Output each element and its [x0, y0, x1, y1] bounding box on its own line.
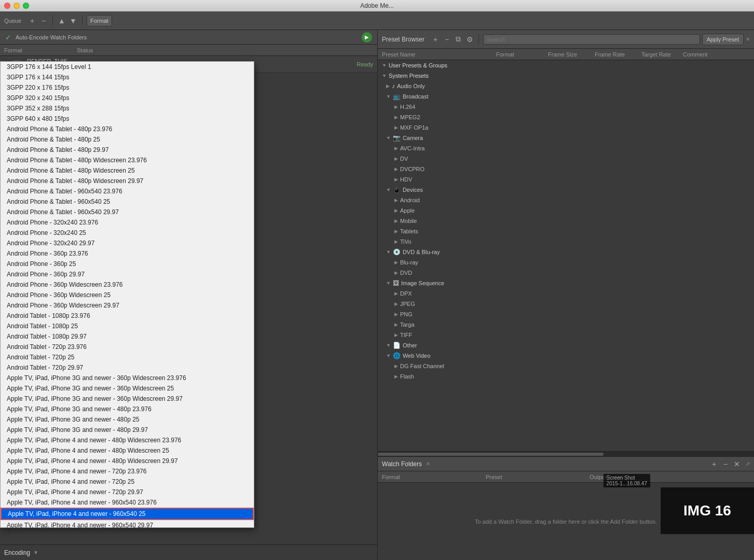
dropdown-item[interactable]: Android Tablet - 1080p 29.97 — [1, 331, 254, 342]
dropdown-item[interactable]: Android Phone & Tablet - 480p Widescreen… — [1, 155, 254, 165]
dropdown-item[interactable]: 3GPP 220 x 176 15fps — [1, 82, 254, 93]
dropdown-item[interactable]: Android Tablet - 1080p 23.976 — [1, 311, 254, 321]
web-video-group[interactable]: ▼ 🌐 Web Video — [378, 351, 754, 361]
image-seq-group[interactable]: ▼ 🖼 Image Sequence — [378, 278, 754, 288]
dvd-bluray[interactable]: ▶ Blu-ray — [378, 257, 754, 268]
imgseq-png[interactable]: ▶ PNG — [378, 309, 754, 319]
auto-encode-label[interactable]: Auto-Encode Watch Folders — [16, 34, 87, 40]
settings-watch-btn[interactable]: − — [721, 459, 730, 469]
start-encode-btn[interactable]: ▶ — [362, 32, 372, 43]
dropdown-item[interactable]: 3GPP 640 x 480 15fps — [1, 114, 254, 124]
remove-watch-btn[interactable]: ✕ — [732, 459, 742, 469]
dvd-dvd[interactable]: ▶ DVD — [378, 268, 754, 278]
broadcast-group[interactable]: ▼ 📺 Broadcast — [378, 91, 754, 102]
maximize-button[interactable] — [23, 3, 29, 9]
devices-tivo[interactable]: ▶ TiVo — [378, 236, 754, 247]
dropdown-item[interactable]: Apple TV, iPad, iPhone 4 and newer - 480… — [1, 456, 254, 466]
minimize-button[interactable] — [13, 3, 20, 9]
dropdown-item[interactable]: Apple TV, iPad, iPhone 4 and newer - 960… — [1, 520, 254, 528]
dropdown-item[interactable]: Android Phone & Tablet - 960x540 25 — [1, 197, 254, 207]
watch-folders-close-icon[interactable]: ✕ — [426, 461, 430, 467]
dropdown-item[interactable]: Apple TV, iPad, iPhone 4 and newer - 720… — [1, 477, 254, 487]
dropdown-item[interactable]: 3GPP 320 x 240 15fps — [1, 93, 254, 103]
preset-scrollbar[interactable] — [378, 451, 754, 456]
devices-tablets[interactable]: ▶ Tablets — [378, 226, 754, 236]
dropdown-item[interactable]: Android Phone - 320x240 29.97 — [1, 238, 254, 248]
dropdown-item[interactable]: Android Phone - 360p 23.976 — [1, 248, 254, 259]
dropdown-item[interactable]: Android Phone & Tablet - 480p 25 — [1, 134, 254, 145]
settings-preset-icon[interactable]: ⚙ — [465, 35, 474, 44]
web-dg-fast[interactable]: ▶ DG Fast Channel — [378, 361, 754, 371]
dropdown-item[interactable]: Apple TV, iPad, iPhone 4 and newer - 480… — [1, 435, 254, 445]
encoding-collapse[interactable]: ▼ — [33, 550, 38, 555]
audio-only-group[interactable]: ▶ ♪ Audio Only — [378, 81, 754, 91]
imgseq-jpeg[interactable]: ▶ JPEG — [378, 299, 754, 309]
apply-preset-button[interactable]: Apply Preset — [702, 34, 744, 45]
imgseq-dpx[interactable]: ▶ DPX — [378, 288, 754, 299]
dropdown-item[interactable]: Android Phone & Tablet - 480p 23.976 — [1, 124, 254, 134]
dropdown-item[interactable]: Android Phone & Tablet - 480p Widescreen… — [1, 165, 254, 176]
other-group[interactable]: ▼ 📄 Other — [378, 340, 754, 351]
broadcast-h264[interactable]: ▶ H.264 — [378, 102, 754, 112]
dropdown-item[interactable]: Android Phone - 360p 29.97 — [1, 269, 254, 279]
dropdown-item[interactable]: Android Phone & Tablet - 480p 29.97 — [1, 145, 254, 155]
dropdown-item[interactable]: Apple TV, iPad, iPhone 3G and newer - 36… — [1, 383, 254, 394]
devices-apple[interactable]: ▶ Apple — [378, 205, 754, 216]
dropdown-item[interactable]: Apple TV, iPad, iPhone 3G and newer - 36… — [1, 373, 254, 383]
remove-preset-icon[interactable]: − — [442, 35, 451, 44]
add-queue-icon[interactable]: + — [28, 16, 37, 25]
dropdown-item[interactable]: Apple TV, iPad, iPhone 3G and newer - 48… — [1, 414, 254, 425]
move-down-icon[interactable]: ▼ — [68, 16, 78, 25]
devices-android[interactable]: ▶ Android — [378, 195, 754, 205]
camera-dvcpro[interactable]: ▶ DVCPRO — [378, 164, 754, 174]
dropdown-item[interactable]: Android Tablet - 1080p 25 — [1, 321, 254, 331]
dropdown-item[interactable]: Apple TV, iPad, iPhone 3G and newer - 36… — [1, 394, 254, 404]
dvd-group[interactable]: ▼ 💿 DVD & Blu-ray — [378, 247, 754, 257]
dropdown-item[interactable]: 3GPP 352 x 288 15fps — [1, 103, 254, 114]
user-presets-group[interactable]: ▼ User Presets & Groups — [378, 60, 754, 71]
dropdown-item[interactable]: Apple TV, iPad, iPhone 3G and newer - 48… — [1, 425, 254, 435]
dropdown-item[interactable]: Android Tablet - 720p 29.97 — [1, 362, 254, 373]
dropdown-item[interactable]: 3GPP 176 x 144 15fps — [1, 72, 254, 82]
camera-group[interactable]: ▼ 📷 Camera — [378, 133, 754, 143]
dropdown-item[interactable]: Android Tablet - 720p 25 — [1, 352, 254, 362]
dropdown-item[interactable]: Android Phone - 320x240 23.976 — [1, 217, 254, 228]
dropdown-item[interactable]: Apple TV, iPad, iPhone 4 and newer - 960… — [1, 508, 254, 520]
system-presets-group[interactable]: ▼ System Presets — [378, 71, 754, 81]
broadcast-mxf[interactable]: ▶ MXF OP1a — [378, 122, 754, 133]
devices-group[interactable]: ▼ 📱 Devices — [378, 185, 754, 195]
dropdown-item[interactable]: Apple TV, iPad, iPhone 4 and newer - 720… — [1, 487, 254, 497]
dropdown-item[interactable]: Android Phone - 320x240 25 — [1, 228, 254, 238]
dropdown-item[interactable]: Android Phone - 360p Widescreen 25 — [1, 290, 254, 300]
camera-dv[interactable]: ▶ DV — [378, 153, 754, 164]
dropdown-item[interactable]: Apple TV, iPad, iPhone 4 and newer - 960… — [1, 497, 254, 508]
camera-hdv[interactable]: ▶ HDV — [378, 174, 754, 185]
close-button[interactable] — [4, 3, 10, 9]
devices-mobile[interactable]: ▶ Mobile — [378, 216, 754, 226]
dropdown-item[interactable]: Apple TV, iPad, iPhone 4 and newer - 720… — [1, 466, 254, 477]
dropdown-item[interactable]: Android Phone - 360p Widescreen 23.976 — [1, 279, 254, 290]
imgseq-targa[interactable]: ▶ Targa — [378, 319, 754, 330]
move-up-icon[interactable]: ▲ — [57, 16, 66, 25]
duplicate-preset-icon[interactable]: ⧉ — [454, 35, 463, 44]
broadcast-mpeg2[interactable]: ▶ MPEG2 — [378, 112, 754, 122]
format-dropdown[interactable]: Format — [87, 15, 112, 26]
camera-avc[interactable]: ▶ AVC-Intra — [378, 143, 754, 153]
dropdown-item[interactable]: Android Phone & Tablet - 480p Widescreen… — [1, 176, 254, 186]
dropdown-item[interactable]: Android Phone & Tablet - 960x540 29.97 — [1, 207, 254, 217]
web-flash[interactable]: ▶ Flash — [378, 371, 754, 382]
dropdown-item[interactable]: Android Phone & Tablet - 960x540 23.976 — [1, 186, 254, 197]
add-preset-icon[interactable]: + — [431, 35, 440, 44]
dropdown-item[interactable]: Apple TV, iPad, iPhone 3G and newer - 48… — [1, 404, 254, 414]
dropdown-item[interactable]: 3GPP 176 x 144 15fps Level 1 — [1, 62, 254, 72]
dropdown-item[interactable]: Android Phone - 360p 25 — [1, 259, 254, 269]
dropdown-item[interactable]: Apple TV, iPad, iPhone 4 and newer - 480… — [1, 445, 254, 456]
preset-panel-collapse[interactable]: ✕ — [746, 36, 750, 42]
dropdown-item[interactable]: Android Phone - 360p Widescreen 29.97 — [1, 300, 254, 311]
add-watch-folder-btn[interactable]: + — [709, 459, 719, 469]
dropdown-item[interactable]: Android Tablet - 720p 23.976 — [1, 342, 254, 352]
preset-search-input[interactable] — [483, 34, 700, 45]
imgseq-tiff[interactable]: ▶ TIFF — [378, 330, 754, 340]
watch-folders-collapse[interactable]: ⇗ — [746, 461, 750, 467]
remove-queue-icon[interactable]: − — [39, 16, 48, 25]
